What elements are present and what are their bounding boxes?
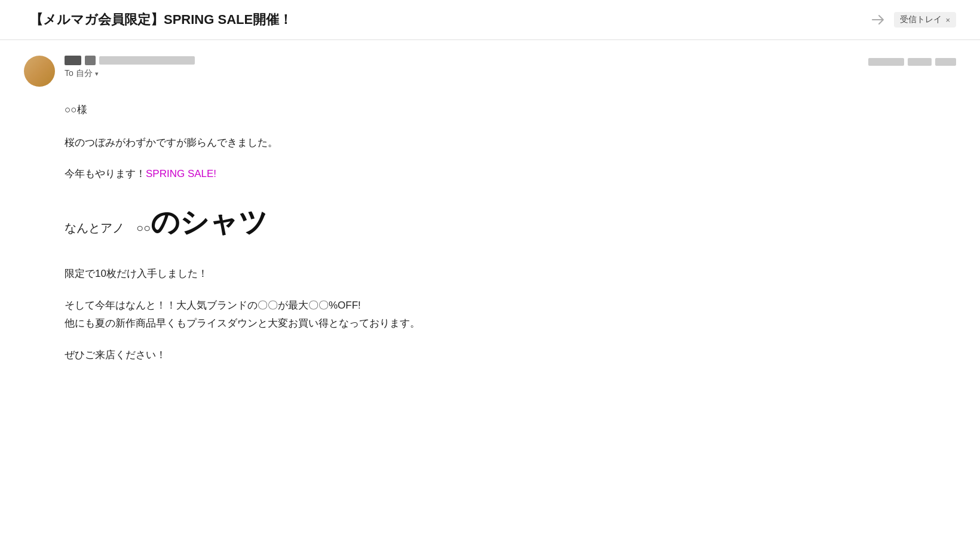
spring-sale-highlight: SPRING SALE! — [146, 168, 216, 179]
big-heading-line: なんとアノ ○○ のシャツ — [65, 197, 950, 248]
to-self-row[interactable]: To 自分 ▾ — [65, 68, 956, 79]
sender-name-blurred — [65, 56, 195, 65]
brand-line1: そして今年はなんと！！大人気ブランドの〇〇が最大〇〇%OFF! — [65, 297, 950, 315]
email-body: ○○様 桜のつぼみがわずかですが膨らんできました。 今年もやります！SPRING… — [0, 96, 980, 402]
forward-icon[interactable] — [871, 14, 884, 25]
blur-date-3 — [935, 58, 956, 66]
sender-info: To 自分 ▾ — [65, 54, 956, 79]
blur-block-1 — [65, 56, 81, 65]
inbox-label: 受信トレイ — [900, 14, 942, 25]
avatar — [24, 56, 55, 87]
email-date — [868, 58, 956, 66]
inbox-close-button[interactable]: × — [945, 16, 950, 25]
email-container: 【メルマガ会員限定】SPRING SALE開催！ 受信トレイ × — [0, 0, 980, 402]
blur-date-1 — [868, 58, 904, 66]
blur-block-3 — [99, 56, 195, 65]
body-para2: 今年もやります！SPRING SALE! — [65, 165, 950, 184]
to-self-text: To 自分 — [65, 68, 93, 79]
body-brand: そして今年はなんと！！大人気ブランドの〇〇が最大〇〇%OFF! 他にも夏の新作商… — [65, 297, 950, 333]
blur-block-2 — [85, 56, 96, 65]
body-greeting: ○○様 — [65, 101, 950, 120]
heading-small: なんとアノ ○○ — [65, 217, 151, 239]
email-header: To 自分 ▾ — [0, 40, 980, 96]
body-para1: 桜のつぼみがわずかですが膨らんできました。 — [65, 134, 950, 152]
heading-large: のシャツ — [151, 197, 268, 248]
inbox-badge[interactable]: 受信トレイ × — [894, 12, 956, 28]
blur-date-2 — [908, 58, 932, 66]
brand-line2: 他にも夏の新作商品早くもプライスダウンと大変お買い得となっております。 — [65, 315, 950, 333]
sender-name-row — [65, 54, 956, 66]
para2-prefix: 今年もやります！ — [65, 168, 146, 179]
subject-title: 【メルマガ会員限定】SPRING SALE開催！ — [30, 11, 862, 29]
body-limited: 限定で10枚だけ入手しました！ — [65, 265, 950, 283]
subject-bar: 【メルマガ会員限定】SPRING SALE開催！ 受信トレイ × — [0, 0, 980, 40]
dropdown-arrow-icon[interactable]: ▾ — [95, 70, 99, 78]
body-visit: ぜひご来店ください！ — [65, 346, 950, 365]
